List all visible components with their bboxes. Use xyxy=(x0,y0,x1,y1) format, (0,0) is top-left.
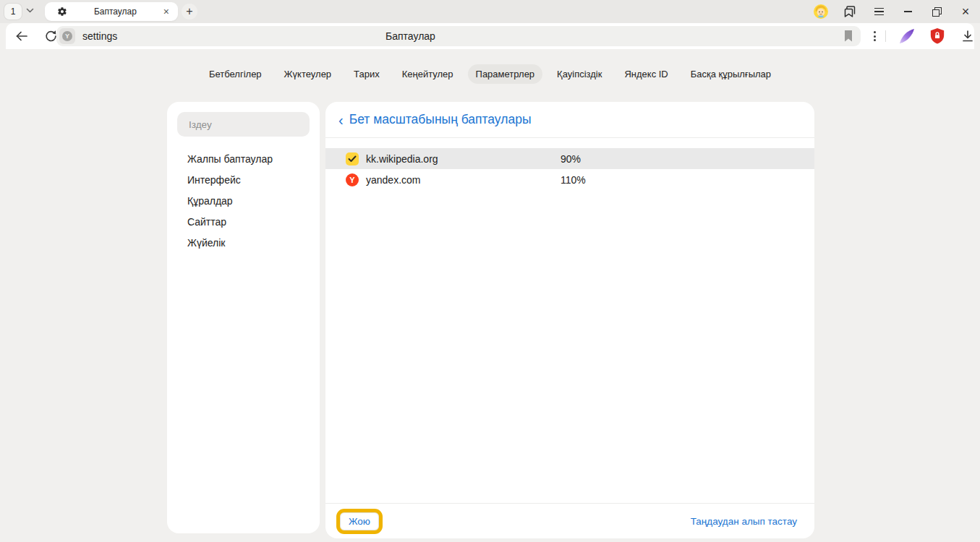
page-zoom-heading: Бет масштабының баптаулары xyxy=(349,112,532,127)
tab-counter[interactable]: 1 xyxy=(4,4,22,20)
site-icon: Y xyxy=(59,28,75,44)
nav-tab-other-devices[interactable]: Басқа құрылғылар xyxy=(683,64,779,84)
nav-tab-history[interactable]: Тарих xyxy=(346,64,388,84)
browser-tab[interactable]: Баптаулар × xyxy=(45,2,178,21)
address-bar[interactable]: Y settings Баптаулар xyxy=(56,26,861,46)
nav-tab-settings[interactable]: Параметрлер xyxy=(468,64,543,84)
side-panels-icon[interactable] xyxy=(835,5,864,18)
zoom-settings-header[interactable]: ‹ Бет масштабының баптаулары xyxy=(325,102,814,137)
url-text: settings xyxy=(82,30,117,42)
settings-nav: Бетбелгілер Жүктеулер Тарих Кеңейтулер П… xyxy=(0,64,980,84)
sidebar-item-system[interactable]: Жүйелік xyxy=(167,232,320,253)
minimize-button[interactable] xyxy=(893,11,922,12)
sidebar-item-general[interactable]: Жалпы баптаулар xyxy=(167,148,320,169)
sidebar-item-sites[interactable]: Сайттар xyxy=(167,211,320,232)
nav-tab-bookmarks[interactable]: Бетбелгілер xyxy=(201,64,270,84)
profile-avatar[interactable] xyxy=(806,4,835,19)
maximize-button[interactable] xyxy=(922,7,951,17)
nav-tab-security[interactable]: Қауіпсіздік xyxy=(549,64,610,84)
nav-tab-yandex-id[interactable]: Яндекс ID xyxy=(616,64,676,84)
settings-sidebar: Жалпы баптаулар Интерфейс Құралдар Сайтт… xyxy=(167,102,320,533)
yandex-favicon: Y xyxy=(346,173,359,186)
nav-tab-downloads[interactable]: Жүктеулер xyxy=(276,64,340,84)
back-chevron-icon[interactable]: ‹ xyxy=(336,113,346,127)
sidebar-search[interactable] xyxy=(177,112,310,137)
zoom-value: 110% xyxy=(561,174,586,186)
deselect-all-link[interactable]: Таңдаудан алып тастау xyxy=(691,516,797,527)
tab-strip: 1 Баптаулар × + xyxy=(0,0,980,23)
list-footer: Жою Таңдаудан алып тастау xyxy=(325,503,814,538)
address-row: Y settings Баптаулар xyxy=(6,23,974,49)
site-zoom-row[interactable]: Y yandex.com 110% xyxy=(325,169,814,190)
extension-feather-icon[interactable] xyxy=(895,23,919,49)
search-input[interactable] xyxy=(187,119,306,131)
tab-close-icon[interactable]: × xyxy=(163,7,169,17)
download-icon[interactable] xyxy=(956,23,979,49)
back-icon[interactable] xyxy=(10,23,33,49)
site-zoom-row[interactable]: kk.wikipedia.org 90% xyxy=(325,148,814,169)
window-close-button[interactable]: × xyxy=(951,5,980,18)
site-name: kk.wikipedia.org xyxy=(366,153,438,165)
sidebar-item-interface[interactable]: Интерфейс xyxy=(167,169,320,190)
toolbar-divider xyxy=(885,30,886,42)
tab-list-chevron-icon[interactable] xyxy=(26,8,34,13)
more-options-icon[interactable] xyxy=(865,23,884,49)
checkbox-checked-icon[interactable] xyxy=(346,152,359,165)
zoom-value: 90% xyxy=(561,153,581,165)
zoom-settings-card: ‹ Бет масштабының баптаулары kk.wikipedi… xyxy=(325,102,814,538)
header-divider xyxy=(325,137,814,138)
nav-tab-extensions[interactable]: Кеңейтулер xyxy=(394,64,461,84)
delete-button[interactable]: Жою xyxy=(340,512,379,530)
bookmark-icon[interactable] xyxy=(843,30,853,43)
page-title: Баптаулар xyxy=(385,26,435,46)
gear-icon xyxy=(57,7,67,17)
protect-shield-icon[interactable] xyxy=(926,23,949,49)
menu-icon[interactable] xyxy=(864,8,893,16)
new-tab-button[interactable]: + xyxy=(182,4,197,20)
site-name: yandex.com xyxy=(366,174,420,186)
tab-title: Баптаулар xyxy=(67,7,163,17)
site-zoom-list: kk.wikipedia.org 90% Y yandex.com 110% xyxy=(325,148,814,190)
sidebar-item-tools[interactable]: Құралдар xyxy=(167,190,320,211)
